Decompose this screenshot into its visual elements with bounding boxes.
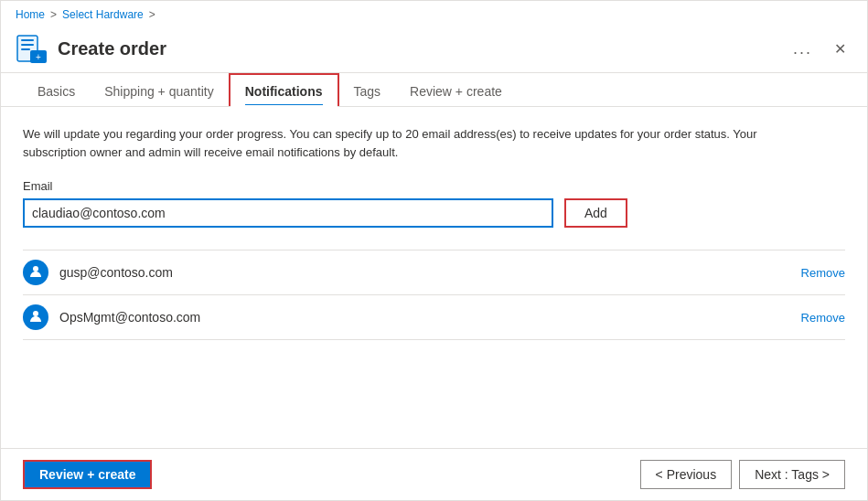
email-label: Email — [23, 179, 845, 193]
tab-tags[interactable]: Tags — [339, 75, 396, 106]
svg-point-6 — [33, 266, 38, 272]
svg-text:+: + — [36, 52, 41, 62]
email-address-1: gusp@contoso.com — [59, 265, 790, 280]
svg-rect-3 — [21, 48, 30, 50]
email-item-1: gusp@contoso.com Remove — [23, 250, 845, 295]
svg-rect-2 — [21, 44, 34, 46]
email-address-2: OpsMgmt@contoso.com — [59, 310, 790, 325]
breadcrumb: Home > Select Hardware > — [1, 1, 867, 25]
remove-button-2[interactable]: Remove — [801, 311, 845, 325]
email-list: gusp@contoso.com Remove OpsMgmt@contoso.… — [23, 250, 845, 340]
tab-review-create[interactable]: Review + create — [395, 75, 517, 106]
tab-bar: Basics Shipping + quantity Notifications… — [1, 73, 867, 107]
main-content: We will update you regarding your order … — [1, 107, 867, 448]
add-button[interactable]: Add — [564, 198, 627, 228]
next-button[interactable]: Next : Tags > — [739, 460, 845, 489]
user-icon-2 — [28, 309, 43, 326]
breadcrumb-select-hardware[interactable]: Select Hardware — [62, 8, 144, 21]
header-more-options[interactable]: ... — [793, 39, 812, 59]
breadcrumb-separator-1: > — [50, 8, 57, 21]
review-create-button[interactable]: Review + create — [23, 460, 152, 489]
svg-point-7 — [33, 311, 38, 316]
svg-rect-1 — [21, 39, 34, 41]
email-input[interactable] — [23, 198, 553, 228]
tab-shipping[interactable]: Shipping + quantity — [90, 75, 228, 106]
page-header: + Create order ... ✕ — [1, 25, 867, 73]
avatar-1 — [23, 260, 48, 285]
tab-basics[interactable]: Basics — [23, 75, 90, 106]
email-input-row: Add — [23, 198, 845, 228]
close-button[interactable]: ✕ — [827, 36, 852, 61]
user-icon-1 — [28, 264, 43, 282]
remove-button-1[interactable]: Remove — [801, 266, 845, 280]
email-item-2: OpsMgmt@contoso.com Remove — [23, 295, 845, 340]
main-window: Home > Select Hardware > + Create order … — [0, 0, 868, 501]
avatar-2 — [23, 304, 48, 330]
tab-notifications[interactable]: Notifications — [229, 73, 339, 106]
breadcrumb-separator-2: > — [149, 8, 155, 21]
page-title: Create order — [58, 38, 793, 59]
notification-description: We will update you regarding your order … — [23, 125, 773, 161]
create-order-icon: + — [16, 32, 48, 65]
footer: Review + create < Previous Next : Tags > — [1, 448, 867, 500]
previous-button[interactable]: < Previous — [640, 460, 733, 489]
breadcrumb-home[interactable]: Home — [16, 8, 45, 21]
